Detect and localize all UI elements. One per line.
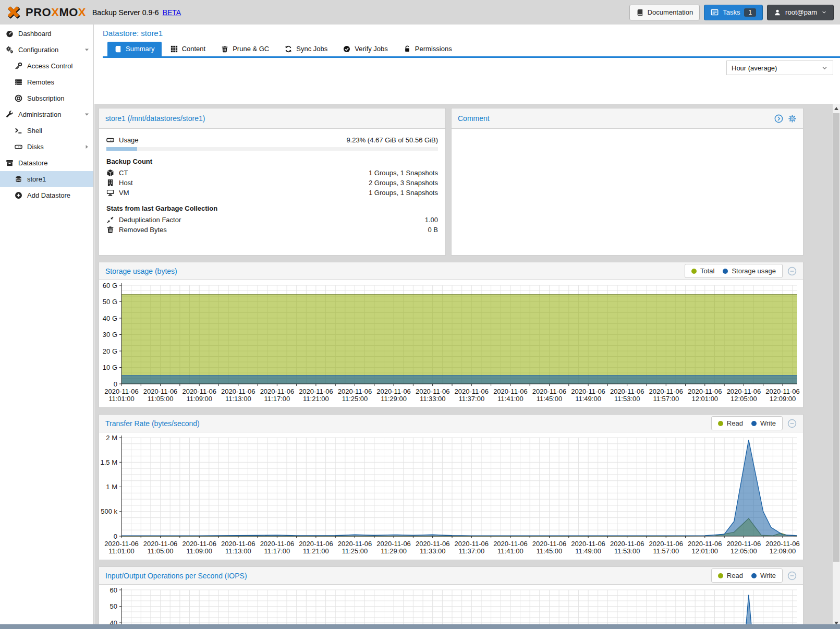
row-value: 0 B <box>428 226 438 234</box>
minus-circle-icon[interactable] <box>787 571 797 580</box>
sidebar-item-configuration[interactable]: Configuration <box>0 42 93 58</box>
sidebar-item-label: Add Datastore <box>27 191 70 199</box>
beta-link[interactable]: BETA <box>163 8 181 17</box>
scrollbar-up-arrow[interactable] <box>833 105 840 113</box>
legend-label: Write <box>760 572 776 579</box>
tab-label: Sync Jobs <box>296 45 327 53</box>
tab-summary[interactable]: Summary <box>107 42 162 56</box>
scrollbar-thumb[interactable] <box>833 113 839 562</box>
minus-circle-icon[interactable] <box>787 419 797 428</box>
usage-value: 9.23% (4.67 GiB of 50.56 GiB) <box>346 136 438 144</box>
tasks-icon <box>711 8 719 16</box>
svg-text:2020-11-06: 2020-11-06 <box>493 388 528 395</box>
svg-text:2020-11-06: 2020-11-06 <box>143 540 178 548</box>
tab-content[interactable]: Content <box>164 42 213 56</box>
legend-item-write[interactable]: Write <box>751 572 776 579</box>
svg-text:11:17:00: 11:17:00 <box>264 547 290 555</box>
minus-circle-icon[interactable] <box>787 267 797 276</box>
svg-text:2020-11-06: 2020-11-06 <box>727 540 761 548</box>
tab-permissions[interactable]: Permissions <box>397 42 459 56</box>
svg-text:11:25:00: 11:25:00 <box>342 547 368 555</box>
comment-panel-title: Comment <box>458 114 490 123</box>
cube-icon <box>106 169 114 177</box>
tab-prune-gc[interactable]: Prune & GC <box>214 42 276 56</box>
toolbar: Hour (average) <box>94 58 840 78</box>
unlock-icon <box>404 45 411 53</box>
svg-text:20 G: 20 G <box>103 347 117 355</box>
gc-stats-heading: Stats from last Garbage Collection <box>99 198 445 215</box>
legend-item-read[interactable]: Read <box>718 572 743 579</box>
content-scroll-region: store1 (/mnt/datastores/store1) Usage 9.… <box>94 104 840 629</box>
svg-text:2020-11-06: 2020-11-06 <box>338 388 372 395</box>
sidebar-item-store1[interactable]: store1 <box>0 171 93 187</box>
row-value: 1 Groups, 1 Snapshots <box>369 169 438 177</box>
user-menu-button[interactable]: root@pam <box>767 5 834 20</box>
svg-text:11:45:00: 11:45:00 <box>537 395 563 403</box>
sidebar-item-subscription[interactable]: Subscription <box>0 90 93 106</box>
sidebar-item-remotes[interactable]: Remotes <box>0 74 93 90</box>
checkcircle-icon <box>343 45 350 53</box>
chart-body-iops: 01020304050602020-11-0611:01:002020-11-0… <box>99 585 803 629</box>
sidebar-item-label: Disks <box>27 143 44 151</box>
legend-item-write[interactable]: Write <box>751 419 776 427</box>
legend-item-total[interactable]: Total <box>691 267 714 275</box>
sidebar-item-administration[interactable]: Administration <box>0 106 93 123</box>
legend-item-read[interactable]: Read <box>718 419 743 427</box>
sidebar-item-shell[interactable]: Shell <box>0 123 93 139</box>
vertical-scrollbar[interactable] <box>833 104 840 629</box>
hdd-icon <box>106 136 114 144</box>
tab-sync-jobs[interactable]: Sync Jobs <box>278 42 334 56</box>
sidebar-item-disks[interactable]: Disks <box>0 139 93 155</box>
legend-dot-icon <box>751 421 757 426</box>
chevron-down-icon[interactable] <box>821 65 828 71</box>
row-label: CT <box>119 169 128 177</box>
chevron-circle-right-icon[interactable] <box>774 114 783 123</box>
collapse-arrow-icon[interactable] <box>84 112 90 117</box>
range-combobox[interactable]: Hour (average) <box>726 61 833 75</box>
expand-arrow-icon[interactable] <box>84 144 90 150</box>
svg-text:2020-11-06: 2020-11-06 <box>416 388 450 395</box>
svg-text:60: 60 <box>110 586 117 594</box>
chart-legend: TotalStorage usage <box>685 264 783 278</box>
collapse-arrow-icon[interactable] <box>84 47 90 53</box>
tab-verify-jobs[interactable]: Verify Jobs <box>336 42 395 56</box>
svg-text:60 G: 60 G <box>103 282 117 289</box>
legend-dot-icon <box>691 269 697 274</box>
legend-label: Read <box>727 572 743 579</box>
usage-label: Usage <box>119 136 139 144</box>
panel-comment: Comment <box>451 108 804 256</box>
svg-text:11:29:00: 11:29:00 <box>381 395 407 403</box>
sidebar-item-label: Datastore <box>18 159 47 167</box>
tasks-button[interactable]: Tasks 1 <box>704 5 763 20</box>
svg-text:2020-11-06: 2020-11-06 <box>182 388 216 395</box>
trash-icon <box>106 226 114 234</box>
gear-icon[interactable] <box>788 114 797 123</box>
legend-dot-icon <box>718 421 723 426</box>
building-icon <box>106 179 114 187</box>
svg-text:11:25:00: 11:25:00 <box>342 395 368 403</box>
svg-text:11:09:00: 11:09:00 <box>186 547 212 555</box>
comment-panel-body[interactable] <box>452 129 803 256</box>
tab-label: Prune & GC <box>233 45 269 53</box>
svg-text:2020-11-06: 2020-11-06 <box>260 540 295 548</box>
svg-text:11:33:00: 11:33:00 <box>420 547 446 555</box>
lifering-icon <box>15 94 22 102</box>
svg-text:11:37:00: 11:37:00 <box>458 547 484 555</box>
documentation-button[interactable]: Documentation <box>629 5 700 20</box>
svg-text:500 k: 500 k <box>101 507 117 515</box>
panel-chart-transfer: Transfer Rate (bytes/second)ReadWrite050… <box>99 414 804 560</box>
sidebar-item-datastore[interactable]: Datastore <box>0 155 93 171</box>
sidebar-item-access-control[interactable]: Access Control <box>0 58 93 74</box>
sidebar-item-add-datastore[interactable]: Add Datastore <box>0 187 93 203</box>
sidebar-item-label: Configuration <box>18 46 58 54</box>
wrench-icon <box>6 111 14 118</box>
svg-text:40 G: 40 G <box>103 314 117 322</box>
legend-item-storage-usage[interactable]: Storage usage <box>723 267 776 275</box>
svg-text:11:45:00: 11:45:00 <box>537 547 563 555</box>
sidebar-item-dashboard[interactable]: Dashboard <box>0 26 93 42</box>
svg-text:1.5 M: 1.5 M <box>100 458 117 466</box>
chart-legend: ReadWrite <box>711 416 783 430</box>
comment-panel-header: Comment <box>452 108 803 129</box>
usage-progress-bar <box>106 147 438 151</box>
row-label: VM <box>119 189 129 197</box>
